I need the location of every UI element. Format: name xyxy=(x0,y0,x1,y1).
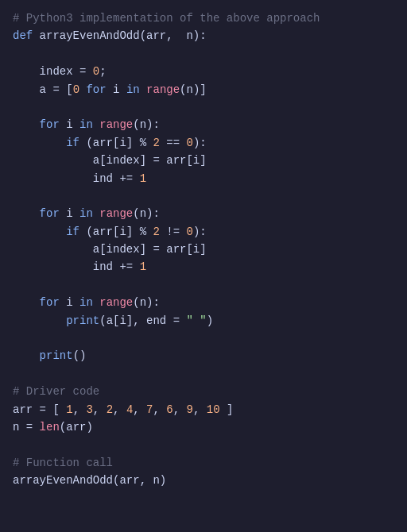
code-line-15: ind += 1 xyxy=(13,258,394,276)
code-line-3 xyxy=(13,45,394,63)
keyword-def: def xyxy=(13,27,40,44)
code-line-21 xyxy=(13,365,394,383)
comment-function: # Function call xyxy=(13,454,113,472)
code-line-24: n = len(arr) xyxy=(13,418,394,436)
comment-driver: # Driver code xyxy=(13,383,99,400)
code-line-20: print() xyxy=(13,347,394,364)
code-line-27: arrayEvenAndOdd(arr, n) xyxy=(13,472,394,489)
code-line-8: if (arr[i] % 2 == 0): xyxy=(13,134,394,152)
code-line-10: ind += 1 xyxy=(13,170,394,187)
code-line-7: for i in range(n): xyxy=(13,116,394,133)
func-name: arrayEvenAndOdd(arr, n): xyxy=(40,27,207,44)
code-line-4: index = 0; xyxy=(13,63,394,80)
code-line-14: a[index] = arr[i] xyxy=(13,241,394,258)
code-line-9: a[index] = arr[i] xyxy=(13,152,394,169)
code-line-22: # Driver code xyxy=(13,383,394,400)
code-line-11 xyxy=(13,187,394,205)
code-line-23: arr = [ 1, 3, 2, 4, 7, 6, 9, 10 ] xyxy=(13,401,394,418)
code-line-26: # Function call xyxy=(13,454,394,472)
code-line-19 xyxy=(13,330,394,347)
comment-1: # Python3 implementation of the above ap… xyxy=(13,10,320,27)
code-line-1: # Python3 implementation of the above ap… xyxy=(13,10,394,27)
code-line-5: a = [0 for i in range(n)] xyxy=(13,81,394,98)
code-line-2: def arrayEvenAndOdd(arr, n): xyxy=(13,27,394,44)
code-line-16 xyxy=(13,276,394,294)
code-line-12: for i in range(n): xyxy=(13,205,394,222)
code-line-6 xyxy=(13,98,394,116)
code-container: # Python3 implementation of the above ap… xyxy=(0,0,407,532)
code-line-13: if (arr[i] % 2 != 0): xyxy=(13,223,394,241)
indent-4: index xyxy=(13,63,79,80)
code-line-17: for i in range(n): xyxy=(13,294,394,311)
code-line-25 xyxy=(13,436,394,453)
code-line-18: print(a[i], end = " ") xyxy=(13,312,394,330)
